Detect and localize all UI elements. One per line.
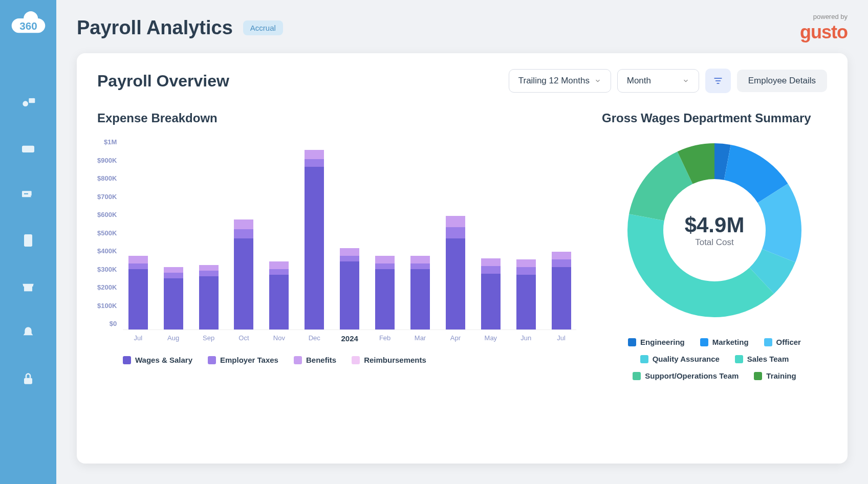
sidebar: 360 — [0, 0, 56, 484]
nav-reports-icon[interactable] — [18, 230, 38, 251]
svg-rect-6 — [30, 148, 31, 150]
legend-support: Support/Operations Team — [633, 371, 739, 380]
page-header: Payroll Analytics Accrual powered by gus… — [56, 0, 868, 53]
donut-center-label: Total Cost — [685, 237, 745, 248]
svg-rect-10 — [26, 240, 30, 241]
legend-marketing: Marketing — [700, 338, 749, 346]
expense-chart-title: Expense Breakdown — [97, 111, 576, 125]
legend-training: Training — [754, 371, 796, 380]
svg-rect-11 — [24, 287, 32, 291]
svg-rect-4 — [24, 148, 26, 150]
period-value: Trailing 12 Months — [518, 76, 590, 86]
legend-sales: Sales Team — [735, 355, 789, 363]
donut-center-value: $4.9M — [685, 213, 745, 237]
filter-icon — [713, 76, 723, 86]
logo-360: 360 — [9, 10, 48, 41]
chevron-down-icon — [682, 77, 689, 84]
legend-qa: Quality Assurance — [640, 355, 720, 363]
svg-rect-9 — [26, 237, 30, 238]
powered-by-label: powered by — [800, 13, 848, 20]
granularity-dropdown[interactable]: Month — [617, 69, 699, 93]
x-axis: JulAugSepOctNovDec2024FebMarAprMayJunJul — [123, 334, 576, 343]
nav-checks-icon[interactable] — [18, 184, 38, 205]
legend-wages: Wages & Salary — [123, 356, 192, 364]
page-title: Payroll Analytics — [77, 17, 233, 39]
powered-by-brand: powered by gusto — [800, 13, 848, 43]
legend-taxes: Employer Taxes — [208, 356, 278, 364]
nav-bell-icon[interactable] — [18, 322, 38, 343]
period-dropdown[interactable]: Trailing 12 Months — [509, 69, 611, 93]
legend-engineering: Engineering — [628, 338, 685, 346]
bars-container — [123, 138, 576, 330]
expense-legend: Wages & Salary Employer Taxes Benefits R… — [97, 356, 576, 364]
y-axis: $1M$900K$800K$700K$600K$500K$400K$300K$2… — [97, 138, 123, 327]
nav-dashboard-icon[interactable] — [18, 92, 38, 113]
chevron-down-icon — [594, 77, 601, 84]
filter-button[interactable] — [705, 69, 731, 93]
donut-legend: Engineering Marketing Officer Quality As… — [602, 338, 827, 380]
svg-rect-5 — [27, 148, 28, 150]
expense-breakdown-chart: Expense Breakdown $1M$900K$800K$700K$600… — [97, 111, 576, 380]
overview-title: Payroll Overview — [97, 72, 229, 91]
nav-lock-icon[interactable] — [18, 368, 38, 389]
legend-reimb: Reimbursements — [352, 356, 426, 364]
donut-title: Gross Wages Department Summary — [602, 111, 827, 125]
overview-card: Payroll Overview Trailing 12 Months Mont… — [77, 53, 848, 464]
nav-store-icon[interactable] — [18, 276, 38, 297]
gusto-logo: gusto — [800, 21, 848, 43]
employee-details-button[interactable]: Employee Details — [737, 70, 827, 92]
svg-point-1 — [23, 101, 28, 106]
legend-officer: Officer — [764, 338, 801, 346]
accrual-badge: Accrual — [243, 20, 283, 35]
svg-text:360: 360 — [19, 20, 37, 32]
nav-payroll-icon[interactable] — [18, 138, 38, 159]
legend-benefits: Benefits — [294, 356, 336, 364]
department-summary-chart: Gross Wages Department Summary $4.9M Tot… — [602, 111, 827, 380]
granularity-value: Month — [627, 76, 651, 86]
svg-rect-12 — [24, 378, 32, 384]
